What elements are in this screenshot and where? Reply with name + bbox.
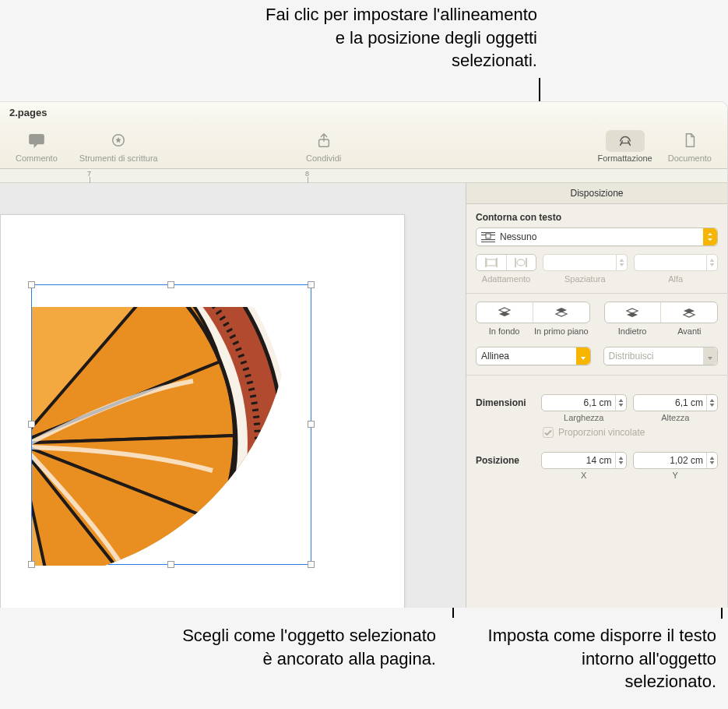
layer-section: In fondo In primo piano Indietro Avanti … [466, 294, 727, 376]
resize-handle[interactable] [28, 281, 35, 288]
svg-rect-13 [481, 242, 495, 242]
window-titlebar: 2.pages [0, 102, 727, 124]
document-title: 2.pages [9, 107, 47, 118]
ruler[interactable]: 7 8 [0, 169, 727, 183]
resize-handle[interactable] [308, 421, 315, 428]
stepper-arrows-icon [615, 395, 626, 411]
document-icon [681, 132, 698, 148]
popup-knob-icon [576, 347, 590, 365]
layer-back-front-segmented[interactable] [476, 302, 590, 323]
svg-rect-15 [485, 258, 487, 267]
svg-rect-12 [481, 239, 495, 240]
layer-forward-label: Avanti [661, 326, 718, 336]
layer-back-label: In fondo [476, 326, 533, 336]
resize-handle[interactable] [28, 421, 35, 428]
send-backward-icon [605, 302, 661, 323]
toolbar-document-label: Documento [668, 153, 712, 163]
position-label: Posizione [476, 455, 535, 466]
spacing-label: Spaziatura [564, 274, 606, 284]
width-label: Larghezza [541, 413, 627, 422]
stepper-arrows-icon [706, 453, 717, 468]
wrap-mode-popup[interactable]: Nessuno [476, 228, 718, 246]
layer-backward-forward-segmented[interactable] [604, 302, 719, 323]
constrain-label: Proporzioni vincolate [558, 427, 645, 438]
stepper-arrows-icon [706, 255, 717, 270]
svg-rect-19 [526, 258, 527, 267]
app-window: 2.pages Commento Strumenti di scrittura … [0, 101, 728, 608]
toolbar-comment-label: Commento [16, 153, 58, 163]
toolbar-comment[interactable]: Commento [8, 130, 65, 163]
popup-knob-icon [703, 347, 717, 365]
distribute-label: Distribuisci [609, 351, 654, 362]
resize-handle[interactable] [167, 281, 174, 288]
layer-front-label: In primo piano [533, 326, 589, 336]
toolbar-format-label: Formattazione [597, 153, 652, 163]
checkmark-icon [543, 427, 554, 438]
format-icon [617, 132, 634, 148]
height-value: 6,1 cm [634, 397, 707, 408]
toolbar-format[interactable]: Formattazione [589, 130, 659, 163]
inspector-tab-layout[interactable]: Disposizione [466, 183, 727, 204]
pos-x-stepper[interactable]: 14 cm [541, 452, 627, 469]
callout-top: Fai clic per impostare l'allineamento e … [257, 3, 537, 72]
wrap-section: Contorna con testo Nessuno [466, 204, 727, 294]
share-icon [315, 132, 332, 148]
size-section: Dimensioni 6,1 cm 6,1 cm Larghezza Altez… [466, 376, 727, 489]
pos-y-stepper[interactable]: 1,02 cm [633, 452, 719, 469]
width-value: 6,1 cm [542, 397, 615, 408]
toolbar-writing-tools[interactable]: Strumenti di scrittura [65, 130, 172, 163]
bring-forward-icon [660, 302, 717, 323]
resize-handle[interactable] [308, 281, 315, 288]
width-stepper[interactable]: 6,1 cm [541, 394, 627, 411]
canvas[interactable] [0, 183, 466, 608]
distribute-popup[interactable]: Distribuisci [603, 347, 719, 365]
align-popup[interactable]: Allinea [476, 347, 591, 365]
resize-handle[interactable] [167, 561, 174, 568]
height-label: Altezza [633, 413, 719, 422]
constrain-checkbox[interactable]: Proporzioni vincolate [476, 427, 718, 438]
height-stepper[interactable]: 6,1 cm [633, 394, 719, 411]
toolbar-share[interactable]: Condividi [297, 130, 351, 163]
alpha-label: Alfa [668, 274, 683, 284]
fit-contour-icon [506, 255, 536, 270]
ruler-tick-7: 7 [87, 170, 91, 178]
bring-to-front-icon [533, 302, 589, 323]
fit-rect-icon [477, 255, 506, 270]
layer-backward-label: Indietro [604, 326, 661, 336]
svg-rect-16 [496, 258, 498, 267]
popup-knob-icon [703, 228, 717, 245]
pos-y-value: 1,02 cm [634, 455, 707, 466]
toolbar-document[interactable]: Documento [660, 130, 719, 163]
stepper-arrows-icon [616, 255, 627, 270]
fit-segmented[interactable] [476, 254, 536, 271]
toolbar-share-label: Condividi [306, 153, 341, 163]
send-to-back-icon [477, 302, 533, 323]
align-label: Allinea [481, 351, 509, 362]
pos-x-value: 14 cm [542, 455, 615, 466]
size-label: Dimensioni [476, 397, 535, 408]
resize-handle[interactable] [308, 561, 315, 568]
pos-y-label: Y [633, 471, 719, 480]
svg-rect-18 [515, 258, 516, 267]
wrap-title: Contorna con testo [476, 212, 718, 223]
stepper-arrows-icon [615, 453, 626, 468]
selected-image-orange [32, 285, 312, 566]
pos-x-label: X [541, 471, 627, 480]
svg-rect-9 [481, 232, 495, 233]
resize-handle[interactable] [28, 561, 35, 568]
ruler-tick-8: 8 [305, 170, 309, 178]
wrap-none-icon [481, 231, 495, 242]
comment-icon [28, 132, 45, 148]
svg-rect-11 [486, 234, 491, 238]
toolbar-writing-tools-label: Strumenti di scrittura [79, 153, 158, 163]
toolbar: Commento Strumenti di scrittura Condivid… [0, 124, 727, 169]
selection-box[interactable] [31, 284, 311, 565]
inspector-sidebar: Disposizione Contorna con testo Nessuno [466, 183, 727, 608]
spacing-stepper[interactable] [543, 254, 628, 271]
stepper-arrows-icon [706, 395, 717, 411]
svg-point-17 [517, 259, 525, 266]
writing-tools-icon [110, 132, 127, 148]
alpha-stepper[interactable] [634, 254, 719, 271]
svg-rect-14 [487, 259, 496, 266]
callout-bottom-left: Scegli come l'oggetto selezionato è anco… [171, 624, 436, 670]
